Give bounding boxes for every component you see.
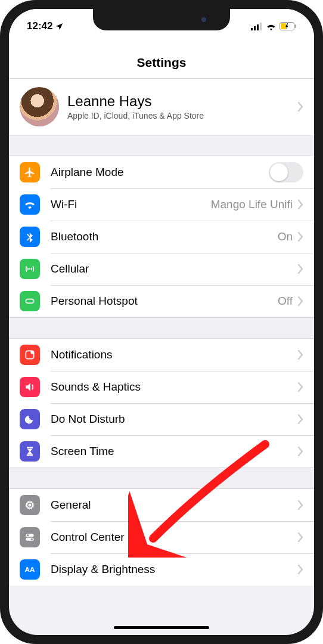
profile-subtitle: Apple ID, iCloud, iTunes & App Store <box>67 111 297 120</box>
chevron-right-icon <box>297 102 303 112</box>
chevron-right-icon <box>297 565 303 574</box>
wifi-settings-icon <box>20 194 40 215</box>
chevron-right-icon <box>297 200 303 209</box>
battery-icon <box>279 22 296 30</box>
notifications-label: Notifications <box>51 348 297 361</box>
section-gap <box>9 135 314 156</box>
controlcenter-icon <box>20 527 40 547</box>
svg-rect-1 <box>254 26 256 30</box>
controlcenter-label: Control Center <box>51 531 297 544</box>
screentime-cell[interactable]: Screen Time <box>9 435 314 467</box>
profile-name: Leanne Hays <box>67 93 297 110</box>
svg-rect-3 <box>260 23 262 30</box>
wifi-icon <box>266 23 277 30</box>
dnd-label: Do Not Disturb <box>51 413 297 426</box>
chevron-right-icon <box>297 232 303 242</box>
bluetooth-label: Bluetooth <box>51 230 278 243</box>
general-icon <box>20 495 40 515</box>
chevron-right-icon <box>297 350 303 360</box>
sounds-label: Sounds & Haptics <box>51 380 297 394</box>
cellular-icon <box>251 23 263 30</box>
status-time: 12:42 <box>27 20 52 32</box>
svg-point-8 <box>30 351 34 354</box>
location-icon <box>55 22 64 31</box>
svg-rect-0 <box>251 28 253 30</box>
chevron-right-icon <box>297 264 303 274</box>
cellular-label: Cellular <box>51 262 297 275</box>
hotspot-label: Personal Hotspot <box>51 295 278 308</box>
notch <box>93 9 230 30</box>
chevron-right-icon <box>297 500 303 510</box>
phone-frame: 12:42 Settings Leanne Hays Apple ID, iCl… <box>0 0 323 644</box>
wifi-cell[interactable]: Wi-Fi Mango Life Unifi <box>9 188 314 221</box>
bluetooth-cell[interactable]: Bluetooth On <box>9 221 314 253</box>
home-indicator[interactable] <box>114 626 209 629</box>
display-cell[interactable]: AA Display & Brightness <box>9 553 314 586</box>
avatar <box>20 87 59 126</box>
dnd-icon <box>20 409 40 429</box>
svg-point-13 <box>31 538 33 540</box>
display-icon: AA <box>20 559 40 580</box>
general-cell[interactable]: General <box>9 489 314 521</box>
controlcenter-cell[interactable]: Control Center <box>9 521 314 553</box>
chevron-right-icon <box>297 382 303 392</box>
page-title: Settings <box>9 38 314 79</box>
general-label: General <box>51 499 297 512</box>
svg-rect-6 <box>295 24 296 28</box>
svg-point-11 <box>27 534 29 536</box>
chevron-right-icon <box>297 414 303 424</box>
chevron-right-icon <box>297 296 303 306</box>
hotspot-value: Off <box>278 295 293 308</box>
wifi-label: Wi-Fi <box>51 198 211 211</box>
section-gap <box>9 467 314 489</box>
dnd-cell[interactable]: Do Not Disturb <box>9 403 314 435</box>
airplane-mode-cell[interactable]: Airplane Mode <box>9 156 314 188</box>
hotspot-icon <box>20 291 40 311</box>
sounds-icon <box>20 377 40 397</box>
bluetooth-value: On <box>278 230 293 243</box>
wifi-value: Mango Life Unifi <box>211 198 293 211</box>
hotspot-cell[interactable]: Personal Hotspot Off <box>9 285 314 317</box>
airplane-mode-toggle[interactable] <box>269 162 303 182</box>
cellular-settings-icon <box>20 259 40 279</box>
notifications-cell[interactable]: Notifications <box>9 339 314 371</box>
chevron-right-icon <box>297 532 303 542</box>
svg-rect-2 <box>257 24 259 30</box>
svg-point-9 <box>29 504 32 507</box>
chevron-right-icon <box>297 447 303 456</box>
profile-cell[interactable]: Leanne Hays Apple ID, iCloud, iTunes & A… <box>9 79 314 135</box>
section-gap <box>9 317 314 339</box>
screentime-icon <box>20 441 40 462</box>
display-label: Display & Brightness <box>51 563 297 576</box>
bluetooth-icon <box>20 227 40 247</box>
notifications-icon <box>20 345 40 365</box>
screentime-label: Screen Time <box>51 445 297 458</box>
airplane-mode-label: Airplane Mode <box>51 166 269 179</box>
screen: 12:42 Settings Leanne Hays Apple ID, iCl… <box>9 9 314 635</box>
cellular-cell[interactable]: Cellular <box>9 253 314 285</box>
sounds-cell[interactable]: Sounds & Haptics <box>9 371 314 403</box>
svg-rect-5 <box>281 23 286 29</box>
svg-text:AA: AA <box>25 565 35 573</box>
airplane-icon <box>20 162 40 182</box>
